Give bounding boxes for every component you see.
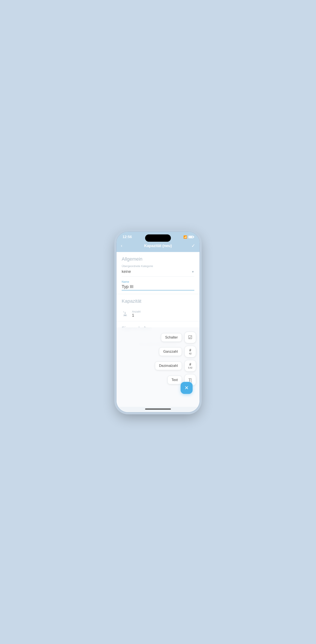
content-area: Allgemein Übergeordnete Kategorie keine …	[116, 252, 200, 407]
home-indicator	[116, 407, 200, 412]
schalter-button[interactable]: Schalter	[161, 333, 182, 342]
name-group: Name	[116, 280, 200, 290]
name-input[interactable]	[122, 284, 194, 289]
category-value: keine	[122, 270, 131, 274]
capacity-row: Anzahl 1	[116, 306, 200, 321]
name-label: Name	[122, 280, 194, 283]
section-general-header: Allgemein	[116, 252, 200, 264]
wifi-icon: 📶	[183, 235, 187, 239]
schalter-icon-button[interactable]: ☑	[185, 332, 196, 343]
dezimalzahl-icon-button[interactable]: # 0.42	[185, 360, 196, 372]
phone-frame: 12:56 📶 ‹ Kapazität (neu) ✓ Allgemein Üb…	[116, 232, 200, 412]
status-time: 12:56	[122, 235, 132, 239]
checkbox-icon: ☑	[188, 335, 192, 340]
category-group: Übergeordnete Kategorie keine ▼	[116, 264, 200, 277]
nav-bar: ‹ Kapazität (neu) ✓	[116, 241, 200, 252]
section-capacity-header: Kapazität	[116, 294, 200, 306]
dezimalzahl-row: Dezimalzahl # 0.42	[120, 360, 196, 372]
capacity-info: Anzahl 1	[132, 310, 194, 318]
text-button[interactable]: Text	[168, 376, 182, 384]
name-input-container: Name	[122, 280, 194, 290]
ganzzahl-row: Ganzzahl # 42	[120, 346, 196, 358]
phone-screen: 12:56 📶 ‹ Kapazität (neu) ✓ Allgemein Üb…	[116, 232, 200, 412]
ganzzahl-icon: # 42	[189, 348, 192, 355]
chevron-down-icon: ▼	[191, 270, 194, 274]
schalter-row: Schalter ☑	[120, 332, 196, 343]
category-label: Übergeordnete Kategorie	[122, 264, 194, 268]
overlay-area: Schalter ☑ Ganzzahl # 42	[116, 327, 200, 407]
dezimalzahl-button[interactable]: Dezimalzahl	[155, 362, 182, 370]
page-title: Kapazität (neu)	[129, 244, 187, 248]
count-value: 1	[132, 313, 194, 318]
close-icon: ✕	[185, 385, 189, 391]
close-fab-button[interactable]: ✕	[181, 382, 193, 394]
status-icons: 📶	[183, 235, 194, 239]
download-icon	[122, 310, 128, 317]
ganzzahl-button[interactable]: Ganzzahl	[159, 347, 182, 356]
battery-icon	[188, 236, 194, 238]
count-label: Anzahl	[132, 310, 194, 313]
dezimalzahl-icon: # 0.42	[188, 362, 192, 369]
category-select[interactable]: keine ▼	[122, 268, 194, 277]
dynamic-island	[145, 234, 171, 242]
ganzzahl-icon-button[interactable]: # 42	[185, 346, 196, 358]
back-button[interactable]: ‹	[121, 243, 129, 248]
confirm-button[interactable]: ✓	[187, 243, 195, 248]
home-bar	[145, 408, 171, 410]
